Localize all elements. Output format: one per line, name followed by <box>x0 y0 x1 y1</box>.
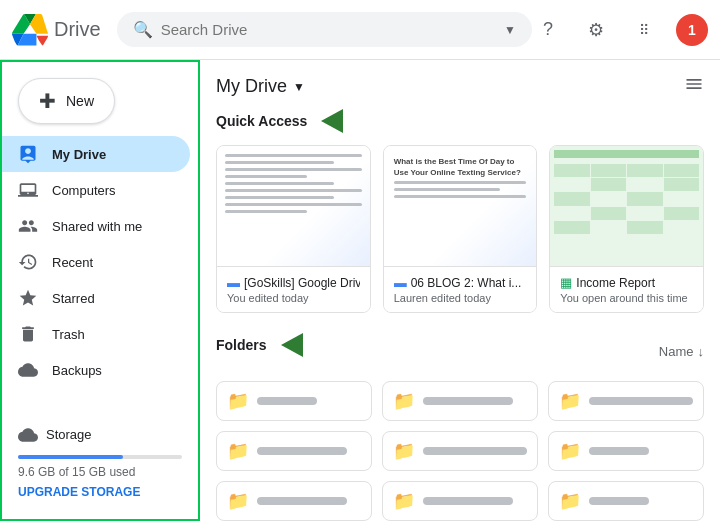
apps-grid-icon: ⠿ <box>639 23 649 37</box>
folder-icon: 📁 <box>393 390 415 412</box>
clock-icon <box>18 252 38 272</box>
storage-section: Storage 9.6 GB of 15 GB used UPGRADE STO… <box>2 413 198 511</box>
file-card-name: ▬ 06 BLOG 2: What i... <box>394 275 527 290</box>
sidebar-item-shared-with-me[interactable]: Shared with me <box>2 208 190 244</box>
help-button[interactable]: ? <box>532 14 564 46</box>
sidebar: ✚ New My Drive Computers Shared with me <box>0 60 200 521</box>
folder-icon: 📁 <box>393 490 415 512</box>
sort-label: Name <box>659 344 694 359</box>
my-drive-icon <box>18 144 38 164</box>
my-drive-title[interactable]: My Drive ▼ <box>216 76 305 97</box>
folder-item[interactable]: 📁 <box>216 431 372 471</box>
search-dropdown-icon[interactable]: ▼ <box>504 23 516 37</box>
quick-access-grid: ▬ [GoSkills] Google Drive R... You edite… <box>216 145 704 313</box>
sidebar-item-recent[interactable]: Recent <box>2 244 190 280</box>
app-title: Drive <box>54 18 101 41</box>
folder-name-blurred <box>257 497 347 505</box>
folders-grid: 📁 📁 📁 📁 📁 📁 <box>216 381 704 521</box>
file-card[interactable]: ▦ Income Report You open around this tim… <box>549 145 704 313</box>
plus-icon: ✚ <box>39 89 56 113</box>
folders-label: Folders <box>216 337 267 353</box>
trash-icon <box>18 324 38 344</box>
list-view-button[interactable] <box>684 74 704 99</box>
sidebar-item-computers[interactable]: Computers <box>2 172 190 208</box>
folder-name-blurred <box>257 447 347 455</box>
settings-icon: ⚙ <box>588 19 604 41</box>
folder-item[interactable]: 📁 <box>382 481 538 521</box>
upgrade-storage-button[interactable]: UPGRADE STORAGE <box>18 485 182 499</box>
search-icon: 🔍 <box>133 20 153 39</box>
folder-item[interactable]: 📁 <box>382 431 538 471</box>
file-card-meta: You open around this time <box>560 292 693 304</box>
folder-item[interactable]: 📁 <box>548 381 704 421</box>
folder-item[interactable]: 📁 <box>548 431 704 471</box>
drive-title-dropdown-icon: ▼ <box>293 80 305 94</box>
sidebar-item-backups[interactable]: Backups <box>2 352 190 388</box>
header-icons: ? ⚙ ⠿ 1 <box>532 14 708 46</box>
file-thumbnail <box>550 146 703 266</box>
search-bar[interactable]: 🔍 ▼ <box>117 12 532 47</box>
file-name-text: 06 BLOG 2: What i... <box>411 276 522 290</box>
doc-thumbnail: What is the Best Time Of Day to Use Your… <box>384 146 537 266</box>
folder-icon: 📁 <box>227 440 249 462</box>
doc-file-icon: ▬ <box>394 275 407 290</box>
search-input[interactable] <box>161 21 496 38</box>
file-card[interactable]: ▬ [GoSkills] Google Drive R... You edite… <box>216 145 371 313</box>
folder-item[interactable]: 📁 <box>216 381 372 421</box>
folder-icon: 📁 <box>559 390 581 412</box>
quick-access-label: Quick Access <box>216 113 307 129</box>
storage-bar-fill <box>18 455 123 459</box>
folder-icon: 📁 <box>559 490 581 512</box>
content-area: My Drive ▼ Quick Access <box>200 60 720 521</box>
sidebar-item-label: Computers <box>52 183 116 198</box>
sheet-file-icon: ▦ <box>560 275 572 290</box>
help-icon: ? <box>543 19 553 40</box>
file-card-meta: You edited today <box>227 292 360 304</box>
sidebar-item-starred[interactable]: Starred <box>2 280 190 316</box>
file-card-name: ▦ Income Report <box>560 275 693 290</box>
storage-title: Storage <box>46 427 92 442</box>
folder-icon: 📁 <box>227 490 249 512</box>
sidebar-item-label: Starred <box>52 291 95 306</box>
sidebar-item-label: My Drive <box>52 147 106 162</box>
storage-used-label: 9.6 GB of 15 GB used <box>18 465 182 479</box>
folders-sort-button[interactable]: Name ↓ <box>659 344 704 359</box>
computer-icon <box>18 180 38 200</box>
folder-item[interactable]: 📁 <box>216 481 372 521</box>
file-thumbnail: What is the Best Time Of Day to Use Your… <box>384 146 537 266</box>
user-avatar[interactable]: 1 <box>676 14 708 46</box>
folder-name-blurred <box>257 397 317 405</box>
shared-folder-icon: 📁 <box>393 440 415 462</box>
sidebar-item-label: Trash <box>52 327 85 342</box>
star-icon <box>18 288 38 308</box>
apps-button[interactable]: ⠿ <box>628 14 660 46</box>
folders-section-header: Folders Name ↓ <box>216 333 704 369</box>
people-icon <box>18 216 38 236</box>
new-button[interactable]: ✚ New <box>18 78 115 124</box>
sidebar-item-label: Recent <box>52 255 93 270</box>
file-card-info: ▦ Income Report You open around this tim… <box>550 266 703 312</box>
sidebar-item-my-drive[interactable]: My Drive <box>2 136 190 172</box>
file-card-info: ▬ [GoSkills] Google Drive R... You edite… <box>217 266 370 312</box>
folder-name-blurred <box>423 447 527 455</box>
folder-name-blurred <box>423 497 513 505</box>
logo-area: Drive <box>12 12 101 48</box>
drive-title-text: My Drive <box>216 76 287 97</box>
file-card-meta: Lauren edited today <box>394 292 527 304</box>
new-button-label: New <box>66 93 94 109</box>
quick-access-arrow <box>321 109 343 133</box>
settings-button[interactable]: ⚙ <box>580 14 612 46</box>
quick-access-section-title: Quick Access <box>216 109 704 133</box>
folder-name-blurred <box>423 397 513 405</box>
sidebar-item-label: Shared with me <box>52 219 142 234</box>
sidebar-item-trash[interactable]: Trash <box>2 316 190 352</box>
folder-item[interactable]: 📁 <box>548 481 704 521</box>
folder-name-blurred <box>589 397 693 405</box>
file-name-text: [GoSkills] Google Drive R... <box>244 276 360 290</box>
file-name-text: Income Report <box>576 276 655 290</box>
file-card[interactable]: What is the Best Time Of Day to Use Your… <box>383 145 538 313</box>
avatar-letter: 1 <box>688 22 696 38</box>
folder-item[interactable]: 📁 <box>382 381 538 421</box>
folder-icon: 📁 <box>559 440 581 462</box>
storage-cloud-icon <box>18 425 38 449</box>
